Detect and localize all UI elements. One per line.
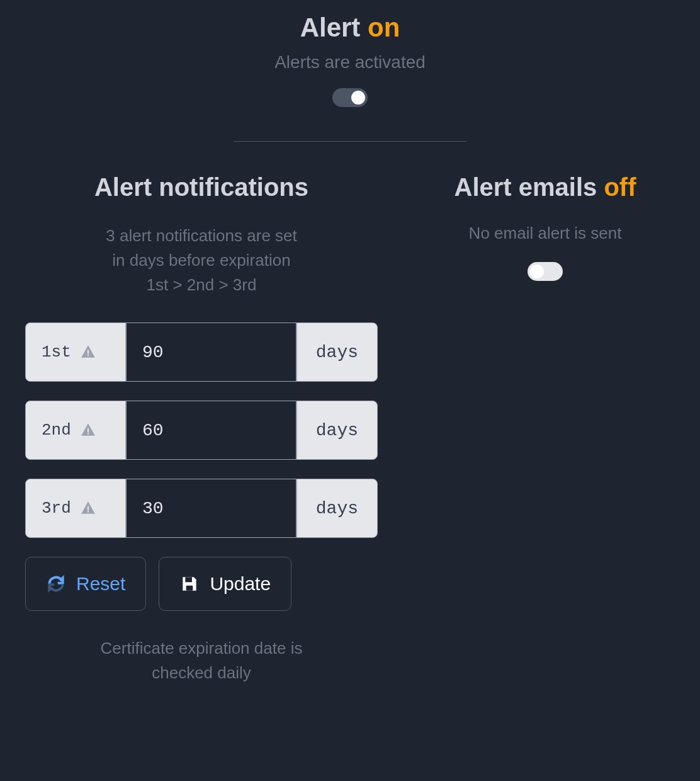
emails-title-text: Alert emails [454, 173, 604, 201]
update-button[interactable]: Update [159, 557, 291, 611]
notification-suffix-2nd: days [296, 401, 378, 460]
notification-row-2: 2nd days [25, 401, 378, 460]
svg-rect-0 [88, 350, 89, 355]
alert-subtitle: Alerts are activated [25, 52, 675, 72]
alert-toggle[interactable] [332, 88, 368, 107]
svg-rect-6 [186, 577, 193, 582]
warning-icon [79, 500, 98, 516]
label-text-3rd: 3rd [42, 499, 71, 518]
svg-rect-2 [88, 428, 89, 433]
warning-icon [79, 422, 98, 438]
svg-rect-7 [186, 586, 193, 591]
notification-label-2nd: 2nd [25, 401, 126, 460]
refresh-icon [46, 574, 66, 594]
toggle-knob-icon [530, 265, 544, 278]
alert-header-section: Alert on Alerts are activated [25, 13, 675, 135]
emails-title: Alert emails off [415, 173, 675, 202]
footer-line2: checked daily [152, 663, 251, 682]
main-columns: Alert notifications 3 alert notification… [25, 173, 675, 685]
notification-input-1st[interactable] [126, 322, 296, 382]
notifications-sub-line3: 1st > 2nd > 3rd [147, 275, 257, 294]
notification-row-3: 3rd days [25, 479, 378, 538]
emails-status-off: off [604, 173, 636, 201]
warning-icon [79, 344, 98, 360]
notification-input-3rd[interactable] [126, 479, 296, 538]
notification-label-1st: 1st [25, 322, 126, 382]
svg-rect-1 [88, 355, 89, 356]
notification-input-2nd[interactable] [126, 401, 296, 460]
notifications-sub-line2: in days before expiration [112, 251, 290, 270]
reset-label: Reset [76, 573, 125, 595]
svg-rect-5 [88, 511, 89, 512]
notifications-title: Alert notifications [25, 173, 378, 202]
notifications-subtitle: 3 alert notifications are set in days be… [25, 224, 378, 297]
notifications-section: Alert notifications 3 alert notification… [25, 173, 378, 685]
svg-rect-4 [88, 506, 89, 511]
alert-main-title: Alert on [25, 13, 675, 43]
notifications-sub-line1: 3 alert notifications are set [106, 226, 297, 245]
emails-section: Alert emails off No email alert is sent [415, 173, 675, 685]
button-row: Reset Update [25, 557, 378, 611]
notification-row-1: 1st days [25, 322, 378, 382]
toggle-knob-icon [351, 91, 365, 105]
update-label: Update [210, 573, 271, 595]
notification-suffix-3rd: days [296, 479, 378, 538]
emails-toggle[interactable] [528, 262, 563, 281]
label-text-1st: 1st [42, 343, 71, 362]
alert-title-text: Alert [300, 13, 368, 42]
reset-button[interactable]: Reset [25, 557, 146, 611]
svg-rect-3 [88, 433, 89, 434]
footer-note: Certificate expiration date is checked d… [25, 636, 378, 685]
emails-subtitle: No email alert is sent [415, 224, 675, 243]
notification-label-3rd: 3rd [25, 479, 126, 538]
save-icon [179, 574, 200, 594]
section-divider [234, 141, 466, 142]
label-text-2nd: 2nd [42, 421, 71, 440]
footer-line1: Certificate expiration date is [101, 639, 303, 658]
notification-suffix-1st: days [296, 322, 378, 382]
alert-status-on: on [368, 13, 400, 42]
